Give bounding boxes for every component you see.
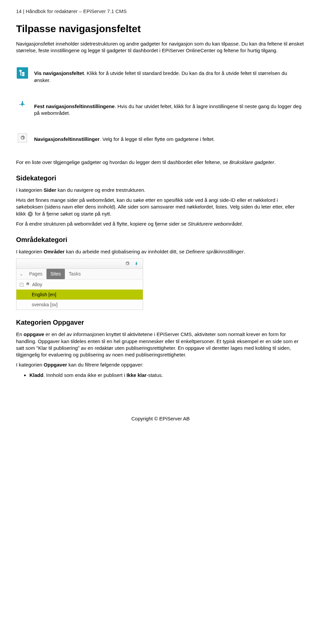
list-item: Kladd. Innhold som enda ikke er publiser… — [29, 372, 305, 379]
heading-sidekategori: Sidekategori — [16, 174, 305, 183]
lang-settings-link: Definere språkinnstillinger — [186, 249, 244, 254]
panel-tabs: ⌄ Pages Sites Tasks — [16, 269, 143, 279]
sites-panel: ⌄ Pages Sites Tasks − Alloy English [en]… — [16, 258, 143, 310]
side-p2: Hvis det finnes mange sider på webområde… — [16, 197, 305, 217]
omr-p1: I kategorien Områder kan du arbeide med … — [16, 248, 305, 255]
heading-omradekategori: Områdekategori — [16, 235, 305, 244]
opp-p2: I kategorien Oppgaver kan du filtrere fø… — [16, 361, 305, 368]
panel-gear-icon[interactable] — [123, 260, 131, 267]
svg-rect-0 — [20, 70, 22, 72]
tree-toggle-icon — [17, 67, 28, 79]
settings-label: Navigasjonsfeltinnstillinger — [34, 136, 100, 142]
page-header: 14 | Håndbok for redaktører – EPiServer … — [16, 8, 305, 15]
panel-toolbar — [16, 259, 143, 269]
feature-row-show-nav: Vis navigasjonsfeltet. Klikk for å utvid… — [16, 67, 305, 87]
side-p3: For å endre strukturen på webområdet ved… — [16, 221, 305, 227]
home-icon — [25, 281, 30, 288]
pin-icon — [19, 100, 26, 109]
feature-row-settings: Navigasjonsfeltinnstillinger. Velg for å… — [16, 133, 305, 146]
tab-pages[interactable]: Pages — [25, 269, 46, 279]
collapse-icon[interactable]: − — [20, 283, 23, 287]
task-filter-list: Kladd. Innhold som enda ikke er publiser… — [29, 372, 305, 379]
gadgets-link: Bruksklare gadgeter — [229, 159, 274, 165]
structure-link: Strukturere webområdet — [188, 221, 242, 227]
show-nav-label: Vis navigasjonsfeltet — [34, 70, 84, 76]
tree-root-row[interactable]: − Alloy — [16, 279, 143, 290]
gear-icon — [18, 133, 27, 143]
chevron-down-icon[interactable]: ⌄ — [18, 271, 25, 277]
svg-rect-2 — [22, 75, 24, 76]
heading-oppgaver: Kategorien Oppgaver — [16, 318, 305, 327]
panel-pin-icon[interactable] — [133, 260, 140, 267]
copyright: Copyright © EPiServer AB — [16, 415, 305, 422]
feature-row-pin: Fest navigasjonsfeltinnstillingene. Hvis… — [16, 100, 305, 120]
gadgets-paragraph: For en liste over tilgjengelige gadgeter… — [16, 159, 305, 166]
pin-label: Fest navigasjonsfeltinnstillingene — [34, 103, 115, 109]
tree-child-label: English [en] — [32, 292, 56, 298]
side-p1: I kategorien Sider kan du navigere og en… — [16, 187, 305, 193]
tree-child-en[interactable]: English [en] — [16, 290, 143, 300]
svg-rect-1 — [22, 72, 24, 74]
tree-root-label: Alloy — [32, 281, 42, 288]
opp-p1: En oppgave er en del av informasjonen kn… — [16, 331, 305, 358]
tab-sites[interactable]: Sites — [46, 269, 65, 279]
tree-child-label: svenska [sv] — [32, 302, 58, 308]
settings-desc: . Velg for å legge til eller flytte om g… — [100, 136, 215, 142]
tab-tasks[interactable]: Tasks — [65, 269, 85, 279]
page-title: Tilpasse navigasjonsfeltet — [16, 22, 305, 36]
intro-paragraph: Navigasjonsfeltet inneholder sidetrestru… — [16, 41, 305, 54]
tree-child-sv[interactable]: svenska [sv] — [16, 300, 143, 310]
clear-search-icon: ✕ — [28, 212, 33, 217]
